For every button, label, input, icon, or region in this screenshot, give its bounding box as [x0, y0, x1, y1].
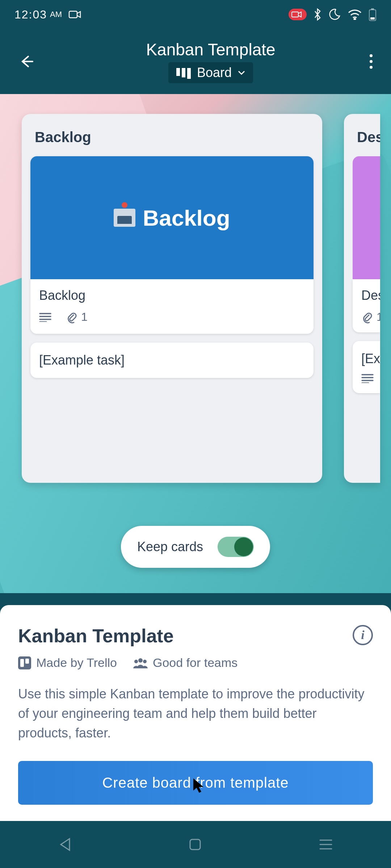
attachment-count: 1	[377, 310, 380, 324]
good-for-label: Good for teams	[153, 656, 237, 670]
description-icon	[39, 312, 51, 322]
template-description: Use this simple Kanban template to impro…	[18, 684, 373, 743]
app-header: Kanban Template Board	[0, 29, 391, 94]
trello-icon	[18, 656, 31, 669]
made-by-label: Made by Trello	[36, 656, 117, 670]
card-cover: Backlog	[30, 156, 314, 279]
template-info-panel: Kanban Template i Made by Trello Good fo…	[0, 605, 391, 821]
wifi-icon	[348, 9, 362, 20]
system-nav-bar	[0, 821, 391, 868]
card-example-task[interactable]: [Example task]	[30, 342, 314, 378]
view-selector[interactable]: Board	[168, 62, 253, 83]
card-title: [Example task]	[39, 353, 125, 367]
create-board-button[interactable]: Create board from template	[18, 761, 373, 805]
description-icon	[361, 374, 371, 383]
moon-icon	[328, 8, 341, 21]
card-title: [Exa	[361, 351, 371, 366]
list-backlog[interactable]: Backlog Backlog Backlog	[22, 114, 322, 483]
svg-rect-0	[69, 11, 77, 18]
card-title: Des	[361, 288, 371, 303]
made-by-meta: Made by Trello	[18, 656, 117, 670]
board-area[interactable]: Backlog Backlog Backlog	[0, 94, 391, 593]
svg-point-21	[138, 658, 143, 663]
good-for-meta: Good for teams	[133, 656, 237, 670]
nav-recent-button[interactable]	[319, 839, 333, 850]
svg-rect-9	[187, 68, 191, 79]
nav-back-button[interactable]	[58, 837, 72, 852]
nav-home-button[interactable]	[188, 837, 202, 852]
keep-cards-label: Keep cards	[137, 539, 203, 554]
more-button[interactable]	[362, 47, 380, 76]
attachment-icon	[361, 311, 373, 323]
status-time: 12:03	[14, 8, 47, 21]
svg-point-11	[370, 60, 373, 63]
attachment-icon	[66, 311, 77, 323]
svg-point-10	[370, 54, 373, 57]
bluetooth-icon	[314, 8, 321, 21]
svg-point-23	[143, 660, 147, 663]
template-title: Kanban Template	[18, 625, 174, 647]
battery-icon	[369, 8, 377, 21]
svg-rect-6	[370, 17, 375, 20]
chevron-down-icon	[237, 70, 246, 76]
team-icon	[133, 658, 148, 668]
attachment-count: 1	[81, 310, 88, 324]
svg-rect-1	[289, 9, 307, 20]
svg-rect-24	[190, 839, 200, 850]
card-cover	[353, 156, 380, 279]
svg-point-22	[134, 660, 138, 663]
svg-rect-8	[182, 68, 185, 77]
list-design-peek[interactable]: Des Des 1 [Exa	[344, 114, 380, 483]
back-button[interactable]	[11, 46, 41, 77]
card-title: Backlog	[39, 288, 305, 303]
inbox-icon	[114, 209, 135, 227]
cover-label: Backlog	[143, 205, 230, 231]
screen-record-icon	[288, 8, 307, 21]
svg-point-3	[354, 18, 356, 20]
card-example[interactable]: [Exa	[353, 341, 380, 393]
card-body[interactable]: Des 1	[353, 279, 380, 332]
svg-point-12	[370, 66, 373, 69]
status-ampm: AM	[50, 10, 62, 19]
board-title: Kanban Template	[146, 40, 275, 59]
view-label: Board	[197, 65, 232, 80]
info-button[interactable]: i	[353, 625, 373, 645]
keep-cards-toggle[interactable]: Keep cards	[121, 526, 270, 568]
status-bar: 12:03 AM	[0, 0, 391, 29]
board-view-icon	[176, 67, 192, 79]
card-backlog-cover[interactable]: Backlog Backlog 1	[30, 156, 314, 334]
list-title: Backlog	[30, 123, 314, 156]
list-title: Des	[353, 123, 380, 156]
camera-icon	[68, 10, 81, 19]
toggle-switch[interactable]	[218, 537, 254, 557]
svg-rect-7	[176, 68, 180, 76]
